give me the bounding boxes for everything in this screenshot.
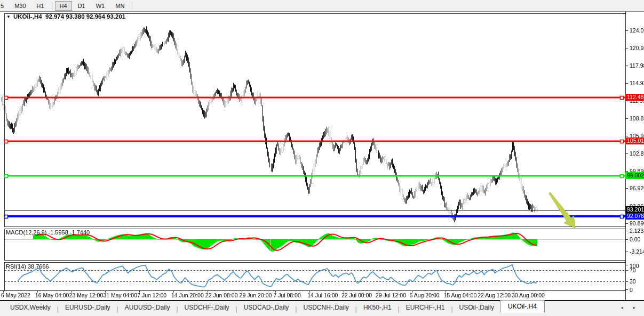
- time-axis-label: 29 Jul 12:00: [376, 292, 406, 298]
- price-axis-tick-label: 90.890: [630, 220, 644, 226]
- chart-title-symbol: UKOil-,H4: [13, 13, 42, 20]
- price-level-badge: 92.078: [625, 213, 644, 220]
- timeframe-button-h1[interactable]: H1: [32, 1, 49, 11]
- timeframe-button-mn[interactable]: MN: [110, 1, 129, 11]
- chart-title-ohlc: 92.974 93.380 92.964 93.201: [45, 13, 125, 20]
- price-axis-tick-label: 120.950: [630, 45, 644, 51]
- time-axis-label: 14 Jun 20:00: [171, 292, 204, 298]
- chart-tab-usdcad-daily[interactable]: USDCAD-,Daily: [238, 302, 295, 313]
- rsi-axis-tick-label: 0: [630, 287, 633, 293]
- tab-scroll-arrows[interactable]: ◂ ▸: [621, 305, 640, 310]
- price-axis-tick-label: 117.980: [630, 62, 644, 69]
- time-axis-label: 7 Jun 12:00: [137, 292, 166, 298]
- rsi-axis-tick-label: 70: [630, 267, 636, 273]
- macd-axis-tick-label: 2.1232: [630, 228, 644, 234]
- toolbar-separator: [52, 2, 52, 10]
- timeframe-button-h4[interactable]: H4: [55, 1, 72, 11]
- price-level-badge: 112.486: [625, 94, 644, 101]
- timeframe-button-5[interactable]: 5: [0, 1, 9, 11]
- chart-tab-usdchf-daily[interactable]: USDCHF-,Daily: [179, 302, 235, 313]
- chart-tab-audusd-daily[interactable]: AUDUSD-,Daily: [119, 302, 176, 313]
- time-axis-label: 6 May 2022: [1, 292, 30, 298]
- price-axis-tick-label: 108.890: [630, 115, 644, 121]
- trading-terminal-window: 5M30H1H4D1W1MN ▼UKOil-,H4 92.974 93.380 …: [0, 0, 644, 316]
- chart-tab-ukoil-h4[interactable]: UKOil-,H4: [500, 300, 545, 313]
- time-axis-label: 31 May 04:00: [103, 292, 137, 298]
- toolbar-separator: [132, 2, 132, 10]
- time-axis-label: 29 Jun 20:00: [240, 292, 272, 298]
- time-axis-label: 22 Jul 00:00: [341, 292, 372, 298]
- timeframe-button-w1[interactable]: W1: [91, 1, 110, 11]
- price-chart-canvas[interactable]: [0, 12, 644, 300]
- macd-indicator-label: MACD(12,26,9) -1.5958 -1.7440: [6, 229, 90, 236]
- time-axis-label: 15 Aug 04:00: [443, 292, 476, 298]
- price-axis-tick-label: 96.920: [630, 185, 644, 191]
- time-axis-label: 22 Aug 12:00: [478, 292, 511, 298]
- chart-title: ▼UKOil-,H4 92.974 93.380 92.964 93.201: [6, 13, 125, 20]
- chart-tab-eurusd-daily[interactable]: EURUSD-,Daily: [59, 302, 116, 313]
- price-axis-tick-label: 124.010: [630, 27, 644, 34]
- chart-tab-hk50-h1[interactable]: HK50-,H1: [357, 302, 397, 313]
- current-price-badge: 93.201: [625, 206, 644, 213]
- chart-tab-usoil-daily[interactable]: USOil-,Daily: [454, 302, 500, 313]
- symbol-dropdown-icon[interactable]: ▼: [6, 14, 11, 19]
- chart-tab-bar: USDX,Weekly|EURUSD-,Daily|AUDUSD-,Daily|…: [0, 300, 644, 316]
- time-axis-label: 16 May 04:00: [35, 292, 69, 298]
- timeframe-toolbar: 5M30H1H4D1W1MN: [0, 0, 644, 12]
- time-axis-label: 5 Aug 20:00: [410, 292, 440, 298]
- price-axis-tick-label: 114.920: [630, 80, 644, 86]
- chart-window: ▼UKOil-,H4 92.974 93.380 92.964 93.201 M…: [0, 12, 644, 300]
- price-level-badge: 105.015: [625, 137, 644, 144]
- time-axis-label: 23 May 12:00: [69, 292, 104, 298]
- price-axis-tick-label: 102.860: [630, 150, 644, 157]
- time-axis-label: 14 Jul 16:00: [307, 292, 338, 298]
- chart-tab-eurchf-h1[interactable]: EURCHF-,H1: [400, 302, 451, 313]
- macd-axis-tick-label: -3.2148: [630, 248, 644, 255]
- time-axis-label: 22 Jun 08:00: [205, 292, 238, 298]
- price-level-badge: 99.002: [625, 172, 644, 179]
- timeframe-button-d1[interactable]: D1: [73, 1, 90, 11]
- timeframe-button-m30[interactable]: M30: [10, 1, 30, 11]
- macd-axis-tick-label: 0.00: [630, 236, 640, 242]
- time-axis-label: 30 Aug 00:00: [512, 292, 545, 298]
- rsi-axis-tick-label: 30: [630, 278, 636, 285]
- rsi-indicator-label: RSI(14) 38.7666: [6, 263, 49, 270]
- chart-tab-usdcnh-daily[interactable]: USDCNH-,Daily: [297, 302, 354, 313]
- chart-tab-usdx-weekly[interactable]: USDX,Weekly: [4, 302, 57, 313]
- time-axis-label: 7 Jul 08:00: [273, 292, 300, 298]
